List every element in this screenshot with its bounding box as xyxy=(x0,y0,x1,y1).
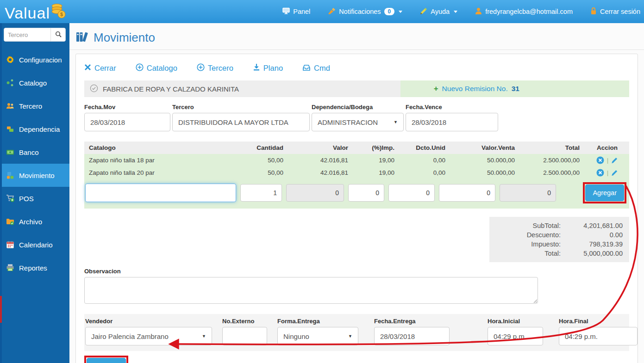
separator: | xyxy=(607,169,609,176)
plano-button[interactable]: Plano xyxy=(253,63,283,73)
sidebar-item-movimiento[interactable]: Movimiento xyxy=(0,164,69,187)
menu-user-label: fredyrangelcba@hotmail.com xyxy=(485,8,573,15)
sidebar-item-dependencia[interactable]: Dependencia xyxy=(0,117,69,141)
sidebar-item-banco[interactable]: Banco xyxy=(0,141,69,164)
new-valor-input xyxy=(286,184,344,202)
subtotal-label: SubTotal: xyxy=(533,221,561,230)
new-valor-venta-input[interactable] xyxy=(439,184,495,202)
descuento-value: 0.00 xyxy=(567,230,623,240)
agregar-button[interactable]: Agregar xyxy=(585,185,624,201)
close-icon xyxy=(84,64,91,73)
header-bars: FABRICA DE ROPA Y CALZADO KARINITA + Nue… xyxy=(84,80,629,97)
menu-logout-label: Cerrar sesión xyxy=(600,8,640,15)
sidebar-item-catalogo[interactable]: Catalogo xyxy=(0,71,69,94)
dependencia-select[interactable]: ADMINISTRACION ▼ xyxy=(312,113,404,131)
observacion-textarea[interactable] xyxy=(84,277,538,304)
notifications-icon xyxy=(328,7,336,16)
company-name: FABRICA DE ROPA Y CALZADO KARINITA xyxy=(103,85,239,93)
sidebar-item-label: Banco xyxy=(19,148,39,156)
circle-plus-icon xyxy=(136,63,144,73)
vendedor-label: Vendedor xyxy=(85,318,212,325)
app-logo[interactable]: Valual $ xyxy=(5,2,67,21)
delivery-fields: Vendedor Jairo Palencia Zambrano ▼ No.Ex… xyxy=(84,314,629,351)
window-edge-red xyxy=(0,296,2,323)
menu-logout[interactable]: Cerrar sesión xyxy=(590,7,640,16)
edit-row-icon[interactable] xyxy=(611,157,618,164)
vendedor-select[interactable]: Jairo Palencia Zambrano ▼ xyxy=(85,327,212,345)
sidebar-item-calendario[interactable]: Calendario xyxy=(0,233,69,256)
menu-notifications[interactable]: Notificaciones 0 xyxy=(328,7,402,16)
search-button[interactable] xyxy=(50,28,65,41)
sidebar-item-label: Dependencia xyxy=(19,125,60,133)
fecha-mov-input[interactable] xyxy=(84,113,170,131)
new-catalogo-input[interactable] xyxy=(85,184,236,202)
catalogo-button-label: Catalogo xyxy=(147,64,177,73)
tercero-input[interactable] xyxy=(172,113,310,131)
impuesto-value: 798,319.39 xyxy=(567,240,623,249)
sidebar-item-archivo[interactable]: Archivo xyxy=(0,210,69,233)
header-imp: (%)Imp. xyxy=(354,144,400,151)
sidebar-item-reportes[interactable]: Reportes xyxy=(0,256,69,279)
app-window: Valual $ P xyxy=(0,0,644,363)
tercero-button[interactable]: Tercero xyxy=(197,63,233,73)
field-hora-final: Hora.Final xyxy=(559,318,638,345)
menu-help-label: Ayuda xyxy=(431,8,450,15)
fecha-entrega-label: Fecha.Entrega xyxy=(374,318,450,325)
hora-final-input[interactable] xyxy=(559,327,638,345)
table-row: Zapato niño talla 20 par 50,00 42.016,81… xyxy=(84,166,629,179)
delete-row-icon[interactable] xyxy=(596,156,604,164)
new-imp-input[interactable] xyxy=(348,184,384,202)
total-row: Total: 5,000,000.00 xyxy=(496,249,623,258)
hora-inicial-input[interactable] xyxy=(488,327,543,345)
sidebar-menu: Configuracion Catalogo Tercero Dependenc… xyxy=(0,48,69,279)
sidebar-item-tercero[interactable]: Tercero xyxy=(0,94,69,117)
sidebar-item-label: POS xyxy=(19,195,34,203)
table-header: Catalogo Cantidad Valor (%)Imp. Dcto.Uni… xyxy=(84,142,629,154)
no-externo-label: No.Externo xyxy=(222,318,267,325)
check-circle-icon xyxy=(90,84,98,94)
sidebar-item-label: Catalogo xyxy=(19,79,47,87)
menu-help[interactable]: Ayuda xyxy=(420,7,457,16)
wallet-icon xyxy=(6,148,14,156)
fecha-vence-input[interactable] xyxy=(406,113,498,131)
new-cantidad-input[interactable] xyxy=(240,184,282,202)
page-title: Movimiento xyxy=(69,23,644,50)
plano-button-label: Plano xyxy=(263,64,283,73)
no-externo-input[interactable] xyxy=(222,327,267,345)
menu-notifications-label: Notificaciones xyxy=(339,8,381,15)
sidebar-item-configuracion[interactable]: Configuracion xyxy=(0,48,69,71)
forma-entrega-select[interactable]: Ninguno ▼ xyxy=(277,327,358,345)
coins-icon: $ xyxy=(51,2,67,21)
search-input[interactable] xyxy=(4,28,50,41)
new-remision-button[interactable]: + Nuevo Remision No. 31 xyxy=(400,80,629,97)
select-caret-icon: ▼ xyxy=(202,334,206,338)
menu-panel[interactable]: Panel xyxy=(282,7,310,16)
delete-row-icon[interactable] xyxy=(596,169,604,177)
cmd-button[interactable]: Cmd xyxy=(302,64,330,73)
download-icon xyxy=(253,63,260,73)
catalogo-button[interactable]: Catalogo xyxy=(136,63,177,73)
svg-text:$: $ xyxy=(60,12,63,17)
logo-text: Valual xyxy=(5,5,50,21)
close-button[interactable]: Cerrar xyxy=(84,64,116,73)
notifications-badge: 0 xyxy=(384,8,395,15)
menu-user[interactable]: fredyrangelcba@hotmail.com xyxy=(475,7,573,16)
cell-accion: | xyxy=(585,169,629,177)
share-dots-icon xyxy=(6,79,14,87)
edit-row-icon[interactable] xyxy=(611,169,618,176)
header-cantidad: Cantidad xyxy=(238,144,289,151)
guardar-button[interactable]: Guardar xyxy=(87,358,126,363)
field-fecha-entrega: Fecha.Entrega xyxy=(374,318,450,345)
field-fecha-mov: Fecha.Mov xyxy=(84,104,170,131)
forma-entrega-label: Forma.Entrega xyxy=(277,318,358,325)
forma-entrega-value: Ninguno xyxy=(283,332,309,340)
separator: | xyxy=(607,157,609,164)
new-dcto-input[interactable] xyxy=(388,184,435,202)
cmd-button-label: Cmd xyxy=(314,64,330,73)
cell-valor: 42.016,81 xyxy=(289,169,354,176)
fecha-entrega-input[interactable] xyxy=(374,327,450,345)
fecha-mov-label: Fecha.Mov xyxy=(84,104,170,111)
sidebar-item-pos[interactable]: POS xyxy=(0,187,69,210)
books-icon xyxy=(76,31,89,44)
user-icon xyxy=(475,7,482,16)
